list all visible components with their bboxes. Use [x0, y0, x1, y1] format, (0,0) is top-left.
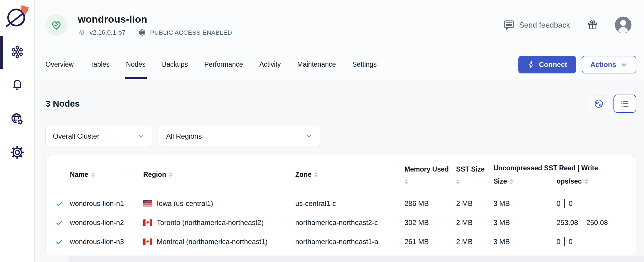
sort-icon[interactable]: [404, 179, 408, 184]
node-table-row: wondrous-lion-n1 Iowa (us-central1) us-c…: [46, 194, 636, 213]
map-view-button[interactable]: [588, 95, 610, 112]
tabs: Overview Tables Nodes Backups Performanc…: [45, 50, 377, 79]
cluster-scope-select[interactable]: Overall Cluster: [45, 126, 152, 147]
gift-button[interactable]: [587, 19, 598, 31]
sidebar-item-clusters[interactable]: [0, 43, 34, 61]
node-read-write-size-cell: 3 MB: [493, 219, 557, 227]
sidebar-nav: [0, 29, 34, 161]
brand-logo-planet-rocket-icon[interactable]: [4, 4, 30, 29]
node-memory-cell: 261 MB: [404, 238, 456, 246]
node-zone-cell: us-central1-c: [295, 199, 404, 208]
node-status-cell: [46, 200, 70, 208]
tabbar-actions: Connect Actions: [518, 56, 636, 73]
list-icon: [620, 99, 630, 109]
region-header-label: Region: [143, 171, 166, 179]
sidebar-item-settings[interactable]: [0, 144, 34, 161]
main-area: wondrous-lion v2.16.0.1-b7: [35, 0, 644, 262]
node-table-row: wondrous-lion-n2 Toronto (northamerica-n…: [46, 213, 636, 232]
app-window: wondrous-lion v2.16.0.1-b7: [0, 0, 644, 262]
uncompressed-sst-subheaders: Size ops/sec: [493, 177, 636, 185]
cluster-tabbar: Overview Tables Nodes Backups Performanc…: [35, 50, 644, 79]
sort-icon[interactable]: [314, 172, 318, 177]
user-avatar-icon: [614, 16, 632, 34]
tab-settings[interactable]: Settings: [352, 50, 377, 79]
sidebar-item-alerts[interactable]: [0, 76, 34, 93]
node-region-label: Iowa (us-central1): [157, 199, 213, 208]
send-feedback-button[interactable]: Send feedback: [503, 19, 570, 31]
node-zone-cell: northamerica-northeast2-c: [295, 219, 404, 227]
us-flag-icon: [143, 200, 152, 207]
version-label: v2.16.0.1-b7: [90, 29, 125, 36]
chevron-down-icon: [305, 132, 313, 140]
cluster-version: v2.16.0.1-b7: [78, 28, 125, 36]
node-sst-size-cell: 2 MB: [456, 238, 493, 246]
region-filter-select[interactable]: All Regions: [159, 126, 320, 147]
user-avatar[interactable]: [614, 16, 632, 34]
node-sst-size-cell: 2 MB: [456, 199, 493, 208]
cluster-health-badge: [45, 14, 67, 36]
memory-column-header[interactable]: Memory Used: [404, 165, 456, 184]
sort-icon[interactable]: [169, 172, 173, 177]
region-flag-icon: [143, 200, 152, 207]
view-toggles: [588, 95, 636, 113]
nodes-content: 3 Nodes: [35, 79, 644, 262]
sort-icon[interactable]: [91, 172, 95, 177]
gear-icon: [11, 146, 24, 159]
gift-icon: [587, 19, 598, 31]
chevron-down-icon: [137, 132, 145, 140]
public-access-status: PUBLIC ACCESS ENABLED: [138, 28, 232, 36]
sst-size-column-header[interactable]: SST Size: [456, 165, 493, 184]
tab-maintenance[interactable]: Maintenance: [297, 50, 336, 79]
cluster-title-block: wondrous-lion v2.16.0.1-b7: [78, 14, 232, 36]
sidebar-active-indicator: [0, 36, 3, 69]
node-status-cell: [46, 219, 70, 227]
node-name-cell: wondrous-lion-n2: [70, 219, 143, 227]
sidebar-item-network-access[interactable]: [0, 110, 34, 127]
zone-column-header[interactable]: Zone: [295, 171, 404, 179]
node-memory-cell: 286 MB: [404, 199, 456, 208]
tab-performance[interactable]: Performance: [204, 50, 243, 79]
tab-nodes[interactable]: Nodes: [126, 50, 145, 79]
node-read-write-size-cell: 3 MB: [493, 238, 557, 246]
chevron-down-icon: [620, 61, 628, 68]
ops-subcolumn-header[interactable]: ops/sec: [557, 177, 636, 185]
node-ops-cell: 00: [557, 237, 636, 246]
heart-check-icon: [50, 19, 63, 31]
actions-button[interactable]: Actions: [582, 56, 636, 73]
list-view-button[interactable]: [613, 95, 636, 113]
tab-overview[interactable]: Overview: [45, 50, 74, 79]
connect-button[interactable]: Connect: [518, 56, 576, 73]
node-status-cell: [46, 238, 70, 246]
globe-gear-icon: [11, 112, 24, 126]
region-filter-value: All Regions: [166, 132, 202, 140]
node-table-row: wondrous-lion-n3 Montreal (northamerica-…: [46, 232, 636, 251]
name-column-header[interactable]: Name: [70, 171, 143, 179]
ops-read-value: 253.08: [557, 219, 578, 226]
nodes-section-head: 3 Nodes: [45, 95, 636, 113]
nodes-count-title: 3 Nodes: [45, 99, 80, 109]
public-access-label: PUBLIC ACCESS ENABLED: [150, 29, 232, 36]
sort-icon[interactable]: [456, 179, 460, 184]
tab-activity[interactable]: Activity: [259, 50, 281, 79]
sort-icon[interactable]: [585, 179, 588, 184]
ops-divider: [564, 237, 565, 246]
tab-tables[interactable]: Tables: [90, 50, 109, 79]
node-read-write-size-cell: 3 MB: [493, 199, 557, 208]
connect-label: Connect: [539, 61, 567, 69]
node-ops-cell: 253.08250.08: [557, 218, 636, 227]
tab-backups[interactable]: Backups: [162, 50, 188, 79]
feedback-bubble-icon: [503, 19, 515, 31]
nodes-filters: Overall Cluster All Regions: [45, 126, 636, 147]
canada-flag-icon: [143, 239, 152, 245]
region-column-header[interactable]: Region: [143, 171, 295, 179]
node-ops-cell: 00: [557, 199, 636, 208]
node-name-cell: wondrous-lion-n1: [70, 199, 143, 208]
size-subcolumn-header[interactable]: Size: [493, 177, 557, 185]
sort-icon[interactable]: [510, 179, 513, 184]
node-region-label: Montreal (northamerica-northeast1): [157, 238, 268, 246]
ops-write-value: 250.08: [586, 219, 608, 226]
node-region-label: Toronto (northamerica-northeast2): [157, 219, 264, 227]
ops-divider: [582, 218, 582, 227]
page-bottom-strip: [69, 256, 644, 262]
cluster-name: wondrous-lion: [78, 14, 232, 25]
